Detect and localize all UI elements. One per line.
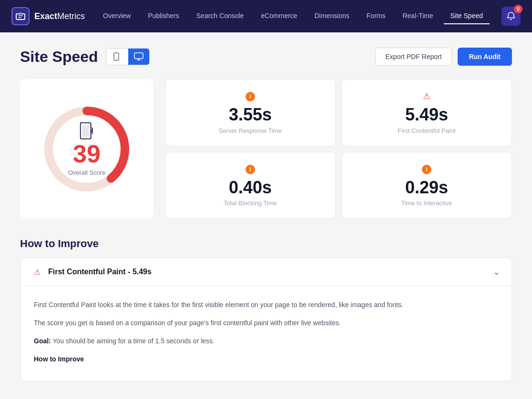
metric-cards-grid: i 3.55s Server Response Time ⚠ 5.49s Fir… xyxy=(165,79,512,219)
notification-badge: 0 xyxy=(514,5,522,13)
device-toggle xyxy=(106,48,150,65)
tbt-icon: i xyxy=(246,164,255,174)
overall-score-gauge: 39 Overall Score xyxy=(20,79,153,219)
mobile-icon xyxy=(112,52,121,61)
fcp-icon: ⚠ xyxy=(421,91,432,101)
metric-card-server-response: i 3.55s Server Response Time xyxy=(165,79,336,146)
export-pdf-button[interactable]: Export PDF Report xyxy=(375,48,451,66)
svg-rect-8 xyxy=(82,125,89,136)
improve-fcp-goal: Goal: You should be aiming for a time of… xyxy=(34,336,498,347)
improve-card-fcp-body: First Contentful Paint looks at the time… xyxy=(20,286,512,381)
improve-fcp-description-2: The score you get is based on a comparis… xyxy=(34,318,498,329)
tti-label: Time to Interactive xyxy=(401,200,452,207)
desktop-icon xyxy=(134,52,143,61)
metrics-section: 39 Overall Score i 3.55s Server Response… xyxy=(20,79,512,219)
improve-fcp-sub-heading: How to Improve xyxy=(34,354,498,365)
nav-item-ecommerce[interactable]: eCommerce xyxy=(254,8,304,24)
tbt-label: Total Blocking Time xyxy=(224,200,277,207)
svg-rect-0 xyxy=(16,14,25,20)
navigation: ExactMetrics Overview Publishers Search … xyxy=(0,0,532,32)
improve-section-title: How to Improve xyxy=(20,238,512,250)
improve-card-fcp-header[interactable]: ⚠ First Contentful Paint - 5.49s ⌄ xyxy=(20,258,512,286)
server-response-label: Server Response Time xyxy=(219,127,282,134)
improve-fcp-description-1: First Contentful Paint looks at the time… xyxy=(34,299,498,311)
monitor-icon xyxy=(68,124,106,139)
run-audit-button[interactable]: Run Audit xyxy=(458,48,512,66)
metric-card-fcp: ⚠ 5.49s First Contentful Paint xyxy=(341,79,512,146)
fcp-label: First Contentful Paint xyxy=(398,127,455,134)
chevron-up-icon: ⌄ xyxy=(493,267,500,277)
tbt-value: 0.40s xyxy=(229,178,272,197)
metric-card-tbt: i 0.40s Total Blocking Time xyxy=(165,152,336,219)
improve-card-fcp: ⚠ First Contentful Paint - 5.49s ⌄ First… xyxy=(20,258,512,381)
nav-item-overview[interactable]: Overview xyxy=(96,8,137,24)
nav-item-real-time[interactable]: Real-Time xyxy=(396,8,440,24)
improve-fcp-warning-icon: ⚠ xyxy=(32,267,42,277)
page-header: Site Speed Export PDF Report Run xyxy=(20,48,512,66)
fcp-value: 5.49s xyxy=(405,105,448,124)
brand-name: ExactMetrics xyxy=(34,11,85,21)
tti-icon: i xyxy=(422,164,431,174)
server-response-icon: i xyxy=(246,91,255,101)
mobile-device-button[interactable] xyxy=(106,49,126,65)
svg-point-1 xyxy=(20,12,21,14)
improve-fcp-goal-text: You should be aiming for a time of 1.5 s… xyxy=(52,337,215,345)
brand-logo[interactable]: ExactMetrics xyxy=(11,7,85,25)
nav-item-search-console[interactable]: Search Console xyxy=(190,8,251,24)
nav-item-site-speed[interactable]: Site Speed xyxy=(444,8,490,24)
improve-fcp-title: First Contentful Paint - 5.49s xyxy=(48,268,152,276)
metric-card-tti: i 0.29s Time to Interactive xyxy=(341,152,512,219)
desktop-device-button[interactable] xyxy=(128,49,149,65)
nav-item-dimensions[interactable]: Dimensions xyxy=(308,8,356,24)
improve-fcp-goal-label: Goal: xyxy=(34,337,51,345)
server-response-value: 3.55s xyxy=(229,105,272,124)
nav-item-forms[interactable]: Forms xyxy=(360,8,392,24)
tti-value: 0.29s xyxy=(405,178,448,197)
main-content: Site Speed Export PDF Report Run xyxy=(9,32,523,399)
overall-score-value: 39 xyxy=(68,141,106,166)
notification-bell[interactable]: 0 xyxy=(501,7,521,26)
nav-item-publishers[interactable]: Publishers xyxy=(141,8,185,24)
gauge-chart: 39 Overall Score xyxy=(39,101,134,197)
svg-rect-4 xyxy=(134,53,143,59)
how-to-improve-section: How to Improve ⚠ First Contentful Paint … xyxy=(20,238,512,381)
improve-fcp-how-label: How to Improve xyxy=(34,355,84,363)
svg-point-3 xyxy=(116,59,117,60)
page-title: Site Speed xyxy=(20,48,98,66)
overall-score-label: Overall Score xyxy=(68,169,106,176)
logo-icon xyxy=(11,7,30,25)
